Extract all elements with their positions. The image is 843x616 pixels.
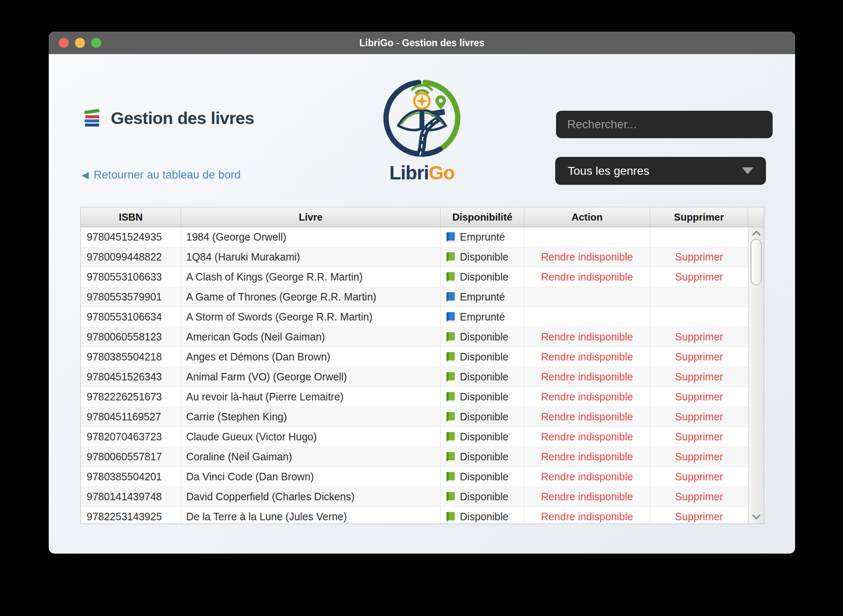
status-label: Disponible [460, 271, 509, 283]
delete-cell [650, 227, 748, 247]
delete-link[interactable]: Supprimer [675, 271, 723, 283]
action-link[interactable]: Rendre indisponible [541, 411, 633, 423]
green-book-icon [445, 471, 456, 482]
action-cell [524, 227, 650, 247]
delete-cell: Supprimer [650, 407, 748, 427]
table-row: 9780553106634 A Storm of Swords (George … [81, 307, 748, 327]
delete-link[interactable]: Supprimer [675, 331, 723, 343]
delete-link[interactable]: Supprimer [675, 371, 723, 383]
genre-selected-value: Tous les genres [568, 164, 649, 178]
book-title-cell: A Clash of Kings (George R.R. Martin) [181, 267, 441, 287]
action-link[interactable]: Rendre indisponible [541, 511, 633, 523]
availability-cell: Disponible [441, 267, 524, 287]
isbn-cell: 9780451526343 [81, 367, 181, 387]
action-link[interactable]: Rendre indisponible [541, 251, 633, 263]
table-row: 9780385504218 Anges et Démons (Dan Brown… [81, 347, 748, 367]
delete-cell: Supprimer [650, 247, 748, 267]
table-body: 9780451524935 1984 (George Orwell) Empru… [81, 227, 748, 524]
availability-cell: Disponible [441, 467, 524, 487]
green-book-icon [445, 511, 456, 522]
zoom-window-button[interactable] [91, 38, 101, 48]
app-window: LibriGo - Gestion des livres Gestion des… [49, 32, 795, 554]
action-cell [524, 307, 650, 327]
action-cell: Rendre indisponible [524, 447, 650, 467]
delete-cell: Supprimer [650, 447, 748, 467]
search-input[interactable] [556, 111, 773, 138]
availability-cell: Emprunté [441, 307, 524, 327]
close-window-button[interactable] [59, 38, 69, 48]
column-header-spacer [748, 207, 764, 227]
isbn-cell: 9780553106634 [81, 307, 181, 327]
status-label: Disponible [460, 491, 509, 503]
scroll-up-button[interactable] [748, 230, 764, 236]
delete-link[interactable]: Supprimer [675, 491, 723, 503]
delete-link[interactable]: Supprimer [675, 431, 723, 443]
genre-select[interactable]: Tous les genres [555, 157, 766, 185]
action-link[interactable]: Rendre indisponible [541, 451, 633, 463]
delete-link[interactable]: Supprimer [675, 391, 723, 403]
status-label: Emprunté [460, 291, 505, 303]
action-link[interactable]: Rendre indisponible [541, 331, 633, 343]
book-title-cell: David Copperfield (Charles Dickens) [181, 487, 441, 507]
column-header-supprimer: Supprimer [650, 207, 748, 227]
librigo-logo: LibriGo [380, 77, 464, 184]
action-cell: Rendre indisponible [524, 487, 650, 507]
action-link[interactable]: Rendre indisponible [541, 471, 633, 483]
back-to-dashboard-link[interactable]: ◀ Retourner au tableau de bord [82, 169, 241, 181]
action-link[interactable]: Rendre indisponible [541, 371, 633, 383]
delete-cell: Supprimer [650, 367, 748, 387]
delete-cell: Supprimer [650, 327, 748, 347]
action-cell: Rendre indisponible [524, 467, 650, 487]
green-book-icon [445, 331, 456, 343]
isbn-cell: 9780060558123 [81, 327, 181, 347]
isbn-cell: 9782226251673 [81, 387, 181, 407]
green-book-icon [445, 351, 456, 363]
delete-link[interactable]: Supprimer [675, 511, 723, 523]
blue-book-icon [445, 231, 456, 243]
delete-cell: Supprimer [650, 427, 748, 447]
page-heading: Gestion des livres [82, 108, 254, 129]
book-title-cell: Anges et Démons (Dan Brown) [181, 347, 441, 367]
back-link-label: Retourner au tableau de bord [94, 169, 241, 181]
book-title-cell: A Storm of Swords (George R.R. Martin) [181, 307, 441, 327]
delete-cell: Supprimer [650, 487, 748, 507]
table-row: 9782253143925 De la Terre à la Lune (Jul… [81, 507, 748, 524]
delete-link[interactable]: Supprimer [675, 411, 723, 423]
action-cell [524, 287, 650, 307]
green-book-icon [445, 251, 456, 263]
table-scrollbar[interactable] [748, 227, 764, 524]
table-row: 9782226251673 Au revoir là-haut (Pierre … [81, 387, 748, 407]
isbn-cell: 9780385504201 [81, 467, 181, 487]
page-title: Gestion des livres [111, 109, 254, 128]
status-label: Disponible [460, 331, 509, 343]
action-link[interactable]: Rendre indisponible [541, 491, 633, 503]
status-label: Disponible [460, 411, 509, 423]
librigo-logo-wordmark: LibriGo [380, 161, 464, 184]
action-link[interactable]: Rendre indisponible [541, 351, 633, 363]
chevron-down-icon [742, 167, 753, 174]
availability-cell: Disponible [441, 427, 524, 447]
availability-cell: Disponible [441, 407, 524, 427]
action-link[interactable]: Rendre indisponible [541, 431, 633, 443]
window-title: LibriGo - Gestion des livres [359, 37, 484, 49]
scrollbar-thumb[interactable] [751, 239, 762, 285]
column-header-action: Action [524, 207, 650, 227]
availability-cell: Disponible [441, 507, 524, 524]
action-link[interactable]: Rendre indisponible [541, 271, 633, 283]
delete-link[interactable]: Supprimer [675, 451, 723, 463]
availability-cell: Disponible [441, 367, 524, 387]
book-title-cell: De la Terre à la Lune (Jules Verne) [181, 507, 441, 524]
table-row: 9780553579901 A Game of Thrones (George … [81, 287, 748, 307]
delete-link[interactable]: Supprimer [675, 471, 723, 483]
table-header-row: ISBN Livre Disponibilité Action Supprime… [81, 207, 764, 227]
action-link[interactable]: Rendre indisponible [541, 391, 633, 403]
minimize-window-button[interactable] [75, 38, 85, 48]
isbn-cell: 9780553106633 [81, 267, 181, 287]
delete-link[interactable]: Supprimer [675, 351, 723, 363]
status-label: Emprunté [460, 311, 505, 323]
isbn-cell: 9780553579901 [81, 287, 181, 307]
delete-link[interactable]: Supprimer [675, 251, 723, 263]
scroll-down-button[interactable] [748, 514, 764, 520]
delete-cell: Supprimer [650, 347, 748, 367]
table-row: 9780451526343 Animal Farm (VO) (George O… [81, 367, 748, 387]
